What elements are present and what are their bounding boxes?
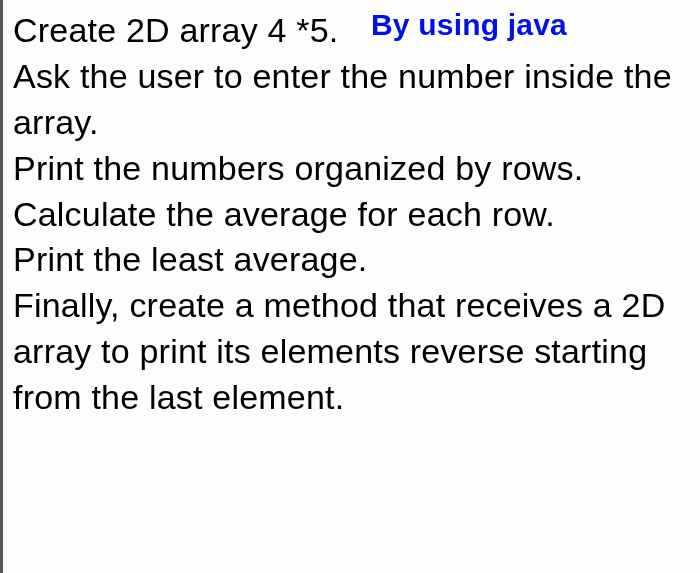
line-2-text: Ask the user to enter the number inside … bbox=[13, 54, 690, 146]
line-5-text: Print the least average. bbox=[13, 237, 690, 283]
line-6-text: Finally, create a method that receives a… bbox=[13, 283, 690, 421]
line-3-text: Print the numbers organized by rows. bbox=[13, 146, 690, 192]
line-4-text: Calculate the average for each row. bbox=[13, 192, 690, 238]
line-1-text: Create 2D array 4 *5. bbox=[13, 11, 338, 49]
document-body: Create 2D array 4 *5. By using java Ask … bbox=[13, 8, 690, 421]
language-annotation: By using java bbox=[371, 5, 567, 46]
first-line-container: Create 2D array 4 *5. By using java bbox=[13, 8, 690, 54]
